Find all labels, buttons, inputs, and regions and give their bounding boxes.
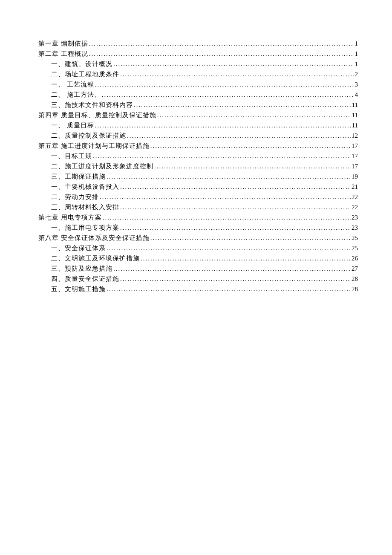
toc-entry: 第四章 质量目标、质量控制及保证措施11 bbox=[38, 110, 358, 120]
toc-entry-title: 二、施工进度计划及形象进度控制 bbox=[51, 161, 153, 171]
toc-entry: 一、施工用电专项方案23 bbox=[38, 223, 358, 233]
toc-entry: 第五章 施工进度计划与工期保证措施17 bbox=[38, 141, 358, 151]
toc-leader-dots bbox=[94, 120, 351, 130]
toc-leader-dots bbox=[106, 171, 351, 182]
toc-entry-page: 25 bbox=[351, 243, 358, 253]
toc-leader-dots bbox=[119, 182, 351, 192]
toc-leader-dots bbox=[150, 141, 351, 151]
toc-leader-dots bbox=[106, 284, 351, 294]
toc-entry-title: 五、文明施工措施 bbox=[51, 284, 106, 294]
toc-entry-page: 27 bbox=[351, 263, 358, 274]
toc-leader-dots bbox=[99, 192, 351, 202]
toc-entry-page: 22 bbox=[351, 192, 358, 202]
toc-entry: 四、质量安全保证措施28 bbox=[38, 274, 358, 284]
toc-entry-title: 第二章 工程概况 bbox=[38, 49, 88, 59]
toc-leader-dots bbox=[126, 130, 351, 141]
toc-entry-page: 25 bbox=[351, 233, 358, 243]
toc-entry-title: 二、文明施工及环境保护措施 bbox=[51, 253, 140, 263]
toc-entry: 二、文明施工及环境保护措施26 bbox=[38, 253, 358, 263]
toc-entry-title: 一、目标工期 bbox=[51, 151, 92, 161]
toc-entry: 三、预防及应急措施27 bbox=[38, 263, 358, 274]
table-of-contents: 第一章 编制依据1第二章 工程概况1一、建筑、设计概况1二、场址工程地质条件2一… bbox=[38, 38, 358, 294]
toc-leader-dots bbox=[153, 161, 351, 171]
toc-entry-page: 1 bbox=[354, 38, 358, 49]
toc-entry: 二、劳动力安排22 bbox=[38, 192, 358, 202]
toc-entry-title: 第五章 施工进度计划与工期保证措施 bbox=[38, 141, 150, 151]
toc-leader-dots bbox=[92, 151, 351, 161]
toc-entry-page: 28 bbox=[351, 274, 358, 284]
toc-entry: 一、安全保证体系25 bbox=[38, 243, 358, 253]
toc-entry-title: 第八章 安全保证体系及安全保证措施 bbox=[38, 233, 150, 243]
toc-entry-title: 一、 质量目标 bbox=[51, 120, 94, 130]
toc-entry-page: 22 bbox=[351, 202, 358, 212]
toc-entry-title: 一、主要机械设备投入 bbox=[51, 182, 119, 192]
toc-entry-page: 1 bbox=[354, 49, 358, 59]
toc-leader-dots bbox=[106, 243, 351, 253]
toc-entry-page: 26 bbox=[351, 253, 358, 263]
toc-entry-page: 17 bbox=[351, 161, 358, 171]
toc-leader-dots bbox=[94, 79, 354, 90]
toc-entry-title: 一、施工用电专项方案 bbox=[51, 223, 119, 233]
toc-leader-dots bbox=[112, 263, 351, 274]
toc-entry-page: 23 bbox=[351, 223, 358, 233]
toc-entry-page: 11 bbox=[351, 100, 358, 110]
toc-entry-page: 11 bbox=[351, 120, 358, 130]
toc-leader-dots bbox=[150, 233, 351, 243]
toc-entry: 一、目标工期17 bbox=[38, 151, 358, 161]
toc-entry-page: 4 bbox=[354, 90, 358, 100]
toc-entry-title: 二、劳动力安排 bbox=[51, 192, 99, 202]
toc-entry-page: 17 bbox=[351, 141, 358, 151]
toc-entry-title: 二、场址工程地质条件 bbox=[51, 69, 119, 79]
toc-entry-page: 28 bbox=[351, 284, 358, 294]
toc-entry-title: 二、质量控制及保证措施 bbox=[51, 130, 126, 141]
toc-entry-page: 3 bbox=[354, 79, 358, 90]
toc-entry: 二、质量控制及保证措施12 bbox=[38, 130, 358, 141]
toc-entry-title: 第四章 质量目标、质量控制及保证措施 bbox=[38, 110, 156, 120]
toc-entry-page: 17 bbox=[351, 151, 358, 161]
toc-leader-dots bbox=[88, 49, 354, 59]
toc-leader-dots bbox=[119, 69, 354, 79]
toc-entry-title: 第一章 编制依据 bbox=[38, 38, 88, 49]
toc-entry: 三、工期保证措施19 bbox=[38, 171, 358, 182]
toc-leader-dots bbox=[133, 100, 351, 110]
toc-entry-title: 第七章 用电专项方案 bbox=[38, 212, 102, 223]
toc-leader-dots bbox=[102, 212, 351, 223]
toc-leader-dots bbox=[140, 253, 351, 263]
toc-entry: 二、 施工方法、4 bbox=[38, 90, 358, 100]
toc-entry: 第一章 编制依据1 bbox=[38, 38, 358, 49]
toc-entry: 第八章 安全保证体系及安全保证措施25 bbox=[38, 233, 358, 243]
toc-entry: 一、 工艺流程3 bbox=[38, 79, 358, 90]
toc-entry-title: 三、施技术文件和资料内容 bbox=[51, 100, 133, 110]
toc-entry-page: 11 bbox=[351, 110, 358, 120]
toc-leader-dots bbox=[156, 110, 351, 120]
toc-entry: 第七章 用电专项方案23 bbox=[38, 212, 358, 223]
toc-entry-title: 一、安全保证体系 bbox=[51, 243, 106, 253]
toc-entry-title: 三、工期保证措施 bbox=[51, 171, 106, 182]
toc-entry-title: 二、 施工方法、 bbox=[51, 90, 101, 100]
toc-entry-page: 23 bbox=[351, 212, 358, 223]
toc-entry-page: 19 bbox=[351, 171, 358, 182]
toc-entry: 第二章 工程概况1 bbox=[38, 49, 358, 59]
toc-entry: 二、施工进度计划及形象进度控制17 bbox=[38, 161, 358, 171]
toc-leader-dots bbox=[119, 274, 351, 284]
toc-leader-dots bbox=[119, 223, 351, 233]
toc-entry-title: 一、 工艺流程 bbox=[51, 79, 94, 90]
toc-entry-title: 三、预防及应急措施 bbox=[51, 263, 112, 274]
toc-entry-title: 三、周转材料投入安排 bbox=[51, 202, 119, 212]
toc-leader-dots bbox=[119, 202, 351, 212]
toc-entry: 一、 质量目标11 bbox=[38, 120, 358, 130]
toc-entry: 三、施技术文件和资料内容11 bbox=[38, 100, 358, 110]
toc-leader-dots bbox=[88, 38, 354, 49]
toc-entry-title: 一、建筑、设计概况 bbox=[51, 59, 112, 69]
toc-entry: 一、主要机械设备投入21 bbox=[38, 182, 358, 192]
toc-entry-page: 2 bbox=[354, 69, 358, 79]
toc-entry: 五、文明施工措施28 bbox=[38, 284, 358, 294]
toc-entry-title: 四、质量安全保证措施 bbox=[51, 274, 119, 284]
toc-leader-dots bbox=[112, 59, 354, 69]
toc-entry-page: 1 bbox=[354, 59, 358, 69]
toc-entry: 三、周转材料投入安排22 bbox=[38, 202, 358, 212]
toc-leader-dots bbox=[101, 90, 354, 100]
toc-entry-page: 21 bbox=[351, 182, 358, 192]
toc-entry-page: 12 bbox=[351, 130, 358, 141]
toc-entry: 二、场址工程地质条件2 bbox=[38, 69, 358, 79]
